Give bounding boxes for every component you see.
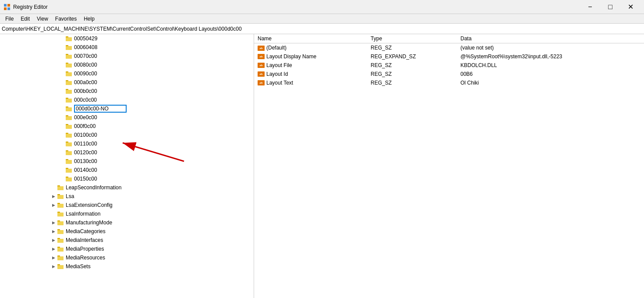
svg-rect-36	[66, 125, 72, 129]
expand-arrow-icon[interactable]	[58, 105, 65, 112]
expand-arrow-icon[interactable]: ▶	[50, 202, 57, 209]
tree-item-label: 000e0c00	[74, 114, 97, 121]
folder-icon	[65, 88, 72, 95]
tree-item[interactable]: ▶ Lsa	[0, 192, 254, 201]
expand-arrow-icon[interactable]	[58, 53, 65, 60]
folder-icon	[57, 254, 64, 261]
tree-scroll[interactable]: 00050429 00060408 00070c00 00080c00 0009…	[0, 34, 254, 298]
address-input[interactable]	[2, 26, 642, 32]
expand-arrow-icon[interactable]	[58, 114, 65, 121]
item-name-edit[interactable]	[74, 105, 127, 113]
expand-arrow-icon[interactable]: ▶	[50, 219, 57, 226]
tree-item[interactable]: 00070c00	[0, 52, 254, 60]
app-icon	[4, 4, 11, 11]
tree-item[interactable]: ▶ MediaSets	[0, 262, 254, 271]
tree-item-label: ManufacturingMode	[66, 220, 112, 226]
folder-icon	[65, 70, 72, 77]
tree-item-label: 00110c00	[74, 141, 97, 147]
tree-item[interactable]: 00050429	[0, 34, 254, 43]
tree-item[interactable]: 00120c00	[0, 148, 254, 157]
minimize-button[interactable]: −	[580, 0, 600, 14]
tree-item[interactable]: ▶ MediaProperties	[0, 245, 254, 253]
maximize-button[interactable]: □	[600, 0, 620, 14]
tree-item[interactable]: 000c0c00	[0, 96, 254, 104]
expand-arrow-icon[interactable]: ▶	[50, 193, 57, 200]
tree-item[interactable]	[0, 104, 254, 113]
expand-arrow-icon[interactable]: ▶	[50, 263, 57, 270]
tree-item[interactable]: 00100c00	[0, 131, 254, 139]
svg-rect-45	[66, 151, 72, 155]
expand-arrow-icon[interactable]	[58, 123, 65, 130]
expand-arrow-icon[interactable]	[58, 96, 65, 103]
close-button[interactable]: ✕	[620, 0, 640, 14]
reg-type-cell: REG_EXPAND_SZ	[367, 52, 457, 61]
reg-type-icon: ab	[258, 46, 265, 51]
col-name: Name	[254, 34, 367, 43]
expand-arrow-icon[interactable]	[50, 184, 57, 191]
expand-arrow-icon[interactable]	[58, 88, 65, 95]
expand-arrow-icon[interactable]	[58, 158, 65, 165]
svg-rect-81	[57, 256, 64, 260]
right-panel: Name Type Data ab(Default)REG_SZ(value n…	[254, 34, 644, 298]
tree-item[interactable]: 000a0c00	[0, 78, 254, 87]
tree-item[interactable]: 000e0c00	[0, 113, 254, 122]
expand-arrow-icon[interactable]	[58, 149, 65, 156]
expand-arrow-icon[interactable]	[50, 210, 57, 217]
menu-item-file[interactable]: File	[2, 15, 17, 23]
tree-item[interactable]: 00150c00	[0, 174, 254, 183]
table-header-row: Name Type Data	[254, 34, 644, 43]
expand-arrow-icon[interactable]: ▶	[50, 237, 57, 244]
svg-rect-69	[57, 221, 64, 225]
expand-arrow-icon[interactable]: ▶	[50, 228, 57, 235]
table-row[interactable]: abLayout TextREG_SZOl Chiki	[254, 78, 644, 87]
reg-type-icon: ab	[258, 63, 265, 68]
expand-arrow-icon[interactable]	[58, 79, 65, 86]
tree-item[interactable]: 00090c00	[0, 69, 254, 78]
expand-arrow-icon[interactable]	[58, 140, 65, 147]
tree-item-label: LeapSecondInformation	[66, 184, 121, 191]
expand-arrow-icon[interactable]	[58, 61, 65, 68]
folder-icon	[65, 96, 72, 103]
tree-item[interactable]: 00140c00	[0, 166, 254, 174]
folder-icon	[57, 263, 64, 270]
expand-arrow-icon[interactable]	[58, 167, 65, 174]
table-row[interactable]: abLayout Display NameREG_EXPAND_SZ@%Syst…	[254, 52, 644, 61]
menu-item-view[interactable]: View	[33, 15, 52, 23]
expand-arrow-icon[interactable]	[58, 175, 65, 182]
tree-item[interactable]: 000b0c00	[0, 87, 254, 96]
tree-item-label: 00060408	[74, 44, 97, 50]
tree-item-label: MediaSets	[66, 263, 91, 270]
expand-arrow-icon[interactable]	[58, 35, 65, 42]
menu-item-edit[interactable]: Edit	[17, 15, 33, 23]
menu-item-favorites[interactable]: Favorites	[52, 15, 80, 23]
menu-item-help[interactable]: Help	[80, 15, 98, 23]
expand-arrow-icon[interactable]	[58, 131, 65, 138]
expand-arrow-icon[interactable]	[58, 70, 65, 77]
tree-item-label: 00050429	[74, 35, 97, 42]
tree-item[interactable]: ▶ MediaInterfaces	[0, 236, 254, 245]
expand-arrow-icon[interactable]	[58, 44, 65, 51]
tree-item[interactable]: 00110c00	[0, 139, 254, 148]
tree-item-label: MediaResources	[66, 255, 105, 261]
tree-item[interactable]: 00080c00	[0, 60, 254, 69]
registry-table: Name Type Data ab(Default)REG_SZ(value n…	[254, 34, 644, 87]
tree-item[interactable]: ▶ MediaResources	[0, 253, 254, 262]
tree-item[interactable]: 000f0c00	[0, 122, 254, 131]
tree-item[interactable]: LsaInformation	[0, 209, 254, 218]
svg-rect-78	[57, 248, 64, 252]
tree-item[interactable]: ▶ ManufacturingMode	[0, 218, 254, 227]
expand-arrow-icon[interactable]: ▶	[50, 245, 57, 252]
address-bar	[0, 24, 644, 34]
table-row[interactable]: abLayout IdREG_SZ00B6	[254, 70, 644, 78]
reg-type-icon: ab	[258, 80, 265, 85]
tree-item[interactable]: ▶ MediaCategories	[0, 227, 254, 236]
tree-item[interactable]: ▶ LsaExtensionConfig	[0, 201, 254, 209]
table-row[interactable]: abLayout FileREG_SZKBDOLCH.DLL	[254, 61, 644, 70]
reg-name-cell: ab(Default)	[254, 43, 367, 52]
reg-data-cell: 00B6	[457, 70, 644, 78]
tree-item[interactable]: 00060408	[0, 43, 254, 52]
table-row[interactable]: ab(Default)REG_SZ(value not set)	[254, 43, 644, 52]
expand-arrow-icon[interactable]: ▶	[50, 254, 57, 261]
tree-item[interactable]: 00130c00	[0, 157, 254, 166]
tree-item[interactable]: LeapSecondInformation	[0, 183, 254, 192]
